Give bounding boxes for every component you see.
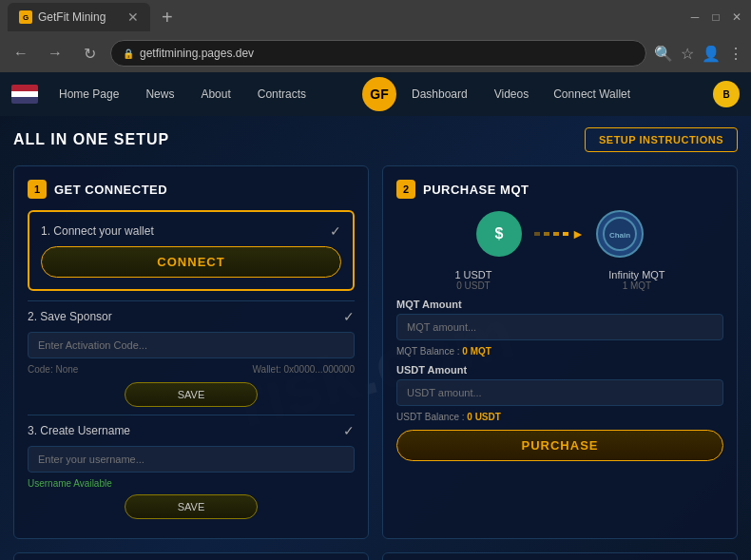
arrow-icon: ► [533, 226, 585, 241]
username-available: Username Available [28, 478, 355, 489]
svg-text:GF: GF [370, 87, 389, 102]
save-username-btn[interactable]: SAVE [125, 494, 258, 519]
browser-actions: 🔍 ☆ 👤 ⋮ [654, 45, 743, 63]
connect-btn[interactable]: CONNECT [41, 246, 341, 278]
page-title: ALL IN ONE SETUP [13, 131, 169, 148]
get-connected-header: 1 GET CONNECTED [28, 180, 355, 199]
nav-dashboard[interactable]: Dashboard [398, 87, 481, 101]
bottom-grid: 3 UNLOCK MINING DOCK SLOTS 4 MINT ADDITI… [13, 552, 738, 560]
nav-contracts[interactable]: Contracts [244, 87, 319, 101]
mqt-token-icon: Chain [596, 210, 644, 258]
purchase-mqt-title: PURCHASE MQT [423, 183, 529, 197]
close-btn[interactable]: ✕ [730, 10, 743, 24]
nav-logo: GF [360, 75, 398, 113]
step2-badge: 2 [396, 180, 415, 199]
refresh-btn[interactable]: ↻ [76, 40, 103, 67]
logo-icon: GF [360, 75, 398, 113]
nav-about[interactable]: About [187, 87, 243, 101]
step3-row: 3. Create Username ✓ [28, 423, 355, 438]
connect-wallet-section: 1. Connect your wallet ✓ CONNECT [28, 210, 355, 291]
wallet-label: Wallet: 0x0000...000000 [253, 364, 356, 375]
step1-badge: 1 [28, 180, 47, 199]
usdt-amount-input[interactable] [396, 379, 723, 406]
url-bar[interactable]: 🔒 getfitmining.pages.dev [110, 40, 646, 67]
purchase-mqt-panel: 2 PURCHASE MQT $ ► Chain [382, 165, 738, 539]
step1-label: 1. Connect your wallet [41, 224, 154, 238]
back-btn[interactable]: ← [8, 40, 34, 67]
tab-favicon: G [19, 10, 32, 24]
usdt-balance-row: USDT Balance : 0 USDT [396, 412, 723, 422]
window-controls: ─ □ ✕ [688, 10, 743, 24]
new-tab-btn[interactable]: + [154, 7, 181, 29]
maximize-btn[interactable]: □ [709, 10, 722, 24]
step2-row: 2. Save Sponsor ✓ [28, 309, 355, 324]
get-connected-title: GET CONNECTED [54, 183, 167, 197]
nav-videos[interactable]: Videos [481, 87, 542, 101]
mqt-balance-row: MQT Balance : 0 MQT [396, 346, 723, 357]
get-connected-panel: 1 GET CONNECTED 1. Connect your wallet ✓… [13, 165, 369, 539]
token-labels: 1 USDT 0 USDT Infinity MQT 1 MQT [396, 269, 723, 291]
swap-row: $ ► Chain [396, 210, 723, 258]
browser-chrome: G GetFit Mining ✕ + ─ □ ✕ ← → ↻ 🔒 getfit… [0, 0, 751, 72]
to-token-label: Infinity MQT 1 MQT [608, 269, 664, 291]
divider1 [28, 300, 355, 301]
nav-links: Home Page News About Contracts [46, 87, 360, 101]
nav-connect-wallet[interactable]: Connect Wallet [542, 87, 642, 101]
step3-label: 3. Create Username [28, 424, 130, 437]
bookmark-icon[interactable]: ☆ [681, 45, 694, 63]
main-content: risk.com ALL IN ONE SETUP SETUP INSTRUCT… [0, 116, 751, 560]
browser-controls: ← → ↻ 🔒 getfitmining.pages.dev 🔍 ☆ 👤 ⋮ [0, 34, 751, 72]
divider2 [28, 415, 355, 415]
setup-instructions-btn[interactable]: SETUP INSTRUCTIONS [585, 127, 738, 152]
tab-bar: G GetFit Mining ✕ + ─ □ ✕ [0, 0, 751, 34]
svg-text:Chain: Chain [609, 231, 630, 240]
step2-check: ✓ [343, 309, 355, 324]
lock-icon: 🔒 [123, 48, 134, 59]
minimize-btn[interactable]: ─ [688, 10, 702, 24]
flag-icon [11, 85, 38, 104]
nav-news[interactable]: News [132, 87, 187, 101]
nav-home[interactable]: Home Page [46, 87, 132, 101]
code-label: Code: None [28, 364, 78, 375]
svg-text:B: B [722, 89, 729, 100]
search-icon[interactable]: 🔍 [654, 45, 673, 63]
purchase-mqt-header: 2 PURCHASE MQT [396, 180, 723, 199]
step1-check: ✓ [330, 223, 341, 239]
binance-icon[interactable]: B [713, 81, 740, 107]
from-token-label: 1 USDT 0 USDT [454, 269, 491, 291]
main-grid: 1 GET CONNECTED 1. Connect your wallet ✓… [13, 165, 738, 539]
unlock-mining-panel: 3 UNLOCK MINING DOCK SLOTS [13, 552, 369, 560]
username-input[interactable] [28, 446, 355, 473]
nav-links-right: Dashboard Videos Connect Wallet [398, 87, 713, 101]
forward-btn[interactable]: → [42, 40, 68, 67]
step2-label: 2. Save Sponsor [28, 310, 112, 323]
mint-miners-panel: 4 MINT ADDITIONAL MINERS [382, 552, 738, 560]
profile-icon[interactable]: 👤 [702, 45, 721, 63]
page-header: ALL IN ONE SETUP SETUP INSTRUCTIONS [13, 127, 738, 152]
code-wallet-row: Code: None Wallet: 0x0000...000000 [28, 364, 355, 375]
usdt-amount-label: USDT Amount [396, 364, 723, 376]
url-text: getfitmining.pages.dev [140, 47, 254, 60]
menu-icon[interactable]: ⋮ [728, 45, 743, 63]
step1-row: 1. Connect your wallet ✓ [41, 223, 341, 239]
navbar: Home Page News About Contracts GF Dashbo… [0, 72, 751, 116]
mqt-amount-label: MQT Amount [396, 299, 723, 310]
active-tab[interactable]: G GetFit Mining ✕ [8, 3, 150, 31]
mqt-amount-input[interactable] [396, 314, 723, 340]
tab-title: GetFit Mining [38, 10, 106, 24]
purchase-btn[interactable]: PURCHASE [396, 430, 723, 461]
usdt-token-icon: $ [476, 211, 522, 257]
step3-check: ✓ [343, 423, 355, 438]
activation-code-input[interactable] [28, 332, 355, 358]
tab-close-btn[interactable]: ✕ [127, 10, 139, 25]
save-sponsor-btn[interactable]: SAVE [125, 382, 258, 407]
